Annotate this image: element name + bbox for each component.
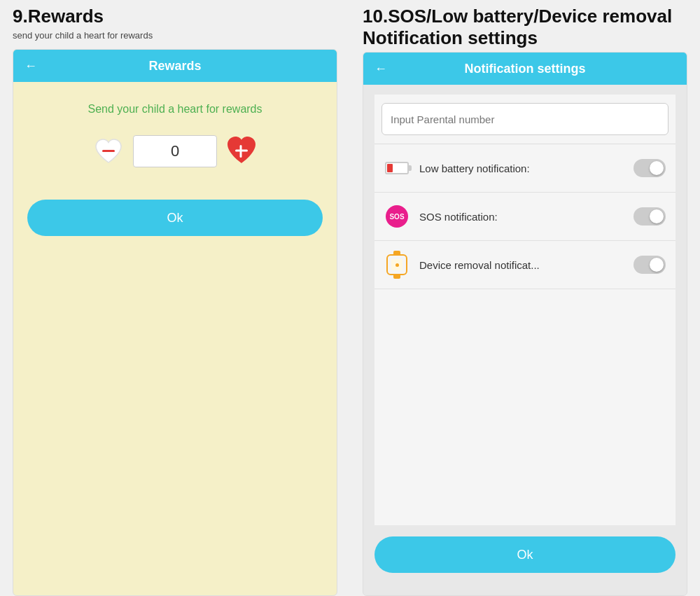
notification-ok-section: Ok [374,525,676,584]
low-battery-toggle[interactable] [634,159,666,177]
rewards-message: Send your child a heart for rewards [88,103,262,116]
heart-counter-input[interactable]: 0 [133,135,217,167]
low-battery-notification-row: Low battery notification: [374,144,676,193]
notification-content: Low battery notification: SOS SOS notifi… [363,85,687,595]
device-removal-toggle[interactable] [634,256,666,274]
device-removal-icon [384,252,410,277]
right-panel: 10.SOS/Low battery/Device removal Notifi… [350,0,700,596]
notification-ok-button[interactable]: Ok [374,536,676,573]
heart-plus-icon [225,135,258,166]
notification-phone-screen: ← Notification settings Low battery noti… [363,52,687,596]
battery-fill [387,164,393,172]
notification-list: Low battery notification: SOS SOS notifi… [374,144,676,525]
watch-dot [396,263,399,267]
sos-icon: SOS [384,204,410,229]
battery-icon-shape [385,162,409,174]
rewards-topbar: ← Rewards [13,50,337,82]
heart-counter: 0 [92,135,258,167]
sos-circle-icon: SOS [386,205,408,228]
heart-minus-icon [93,137,124,165]
parental-number-input[interactable] [382,103,668,135]
notification-topbar-title: Notification settings [464,62,585,76]
increase-heart-button[interactable] [225,135,258,167]
rewards-phone-screen: ← Rewards Send your child a heart for re… [13,49,337,596]
rewards-content: Send your child a heart for rewards 0 [13,82,337,595]
sos-label: SOS notification: [419,211,624,223]
left-section-subtitle: send your child a heart for rewards [13,30,337,41]
rewards-topbar-title: Rewards [148,59,201,74]
watch-face [391,259,402,270]
device-removal-label: Device removal notificat... [419,259,624,271]
low-battery-label: Low battery notification: [419,162,624,174]
left-panel: 9.Rewards send your child a heart for re… [0,0,350,596]
left-section-title: 9.Rewards [13,6,337,27]
watch-icon-shape [386,254,407,275]
svg-rect-0 [102,150,115,152]
rewards-ok-button[interactable]: Ok [27,200,323,236]
rewards-back-arrow[interactable]: ← [24,59,37,74]
right-section-title: 10.SOS/Low battery/Device removal Notifi… [363,6,687,49]
sos-toggle[interactable] [634,207,666,226]
svg-rect-2 [240,145,242,158]
low-battery-icon [384,155,410,181]
notification-topbar: ← Notification settings [363,53,687,85]
sos-notification-row: SOS SOS notification: [374,193,676,241]
device-removal-notification-row: Device removal notificat... [374,241,676,289]
notification-back-arrow[interactable]: ← [374,62,387,76]
parental-number-section [374,95,676,144]
decrease-heart-button[interactable] [92,135,125,167]
